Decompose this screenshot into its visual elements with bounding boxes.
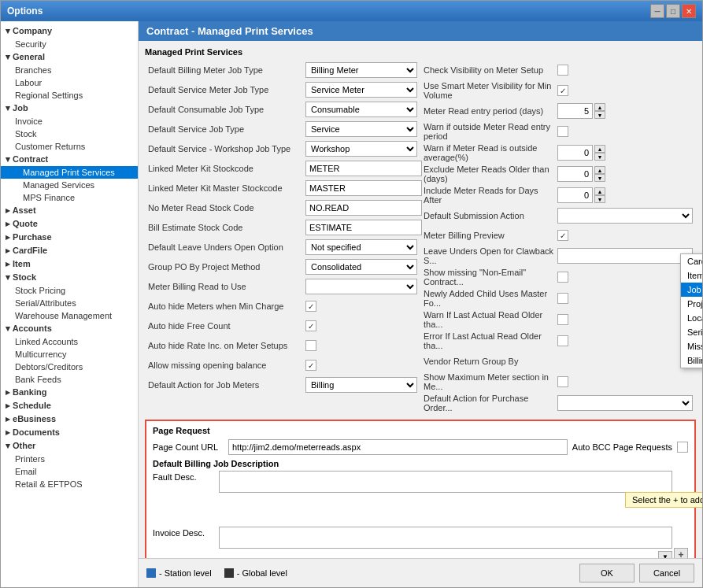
sidebar-item-stock[interactable]: Stock xyxy=(1,128,138,140)
fault-desc-textarea[interactable] xyxy=(219,471,672,493)
dropdown-item-location[interactable]: Location xyxy=(681,311,702,325)
sidebar-item-asset[interactable]: ▸ Asset xyxy=(1,204,138,217)
cancel-button[interactable]: Cancel xyxy=(639,564,694,582)
sidebar-item-ebusiness[interactable]: ▸ eBusiness xyxy=(1,412,138,426)
label-default-submission: Default Submission Action xyxy=(424,211,557,220)
spin-up-include[interactable]: ▲ xyxy=(594,187,605,195)
checkbox-billing-preview[interactable] xyxy=(557,230,568,241)
sidebar-item-security[interactable]: Security xyxy=(1,38,138,50)
sidebar-item-job[interactable]: ▾ Job xyxy=(1,102,138,115)
sidebar-item-general[interactable]: ▾ General xyxy=(1,50,138,64)
sidebar-item-quote[interactable]: ▸ Quote xyxy=(1,217,138,231)
checkbox-auto-hide-free[interactable] xyxy=(305,320,316,331)
sidebar-item-debtors-creditors[interactable]: Debtors/Creditors xyxy=(1,361,138,373)
select-workshop[interactable]: Workshop xyxy=(305,141,417,157)
checkbox-warn-outside[interactable] xyxy=(557,126,568,137)
checkbox-check-visibility[interactable] xyxy=(557,65,568,76)
spin-down-warn-avg[interactable]: ▼ xyxy=(594,153,605,161)
url-input[interactable] xyxy=(228,439,568,455)
select-consumable[interactable]: Consumable xyxy=(305,102,417,117)
dropdown-item-missed[interactable]: Missed Cycles xyxy=(681,339,702,353)
sidebar-item-multicurrency[interactable]: Multicurrency xyxy=(1,348,138,361)
close-button[interactable]: ✕ xyxy=(682,4,696,18)
input-include-days[interactable] xyxy=(557,187,593,203)
sidebar-item-stock-pricing[interactable]: Stock Pricing xyxy=(1,284,138,297)
sidebar-item-printers[interactable]: Printers xyxy=(1,453,138,465)
select-billing-meter[interactable]: Billing Meter xyxy=(305,62,417,78)
input-warn-average[interactable] xyxy=(557,145,593,161)
checkbox-error-last-actual[interactable] xyxy=(557,335,568,346)
checkbox-auto-hide-rate[interactable] xyxy=(305,340,316,351)
label-auto-hide-min: Auto hide Meters when Min Charge xyxy=(148,301,305,311)
select-billing-read[interactable] xyxy=(305,279,417,294)
dropdown-item-project-label: Project # xyxy=(687,299,702,309)
select-leave-unders[interactable]: Not specified xyxy=(305,239,417,255)
spin-down-meter-read[interactable]: ▼ xyxy=(594,111,605,119)
sidebar-item-stock-section[interactable]: ▾ Stock xyxy=(1,271,138,284)
sidebar-item-retail-eftpos[interactable]: Retail & EFTPOS xyxy=(1,478,138,490)
sidebar-item-schedule[interactable]: ▸ Schedule xyxy=(1,399,138,412)
dropdown-item-job[interactable]: Job xyxy=(681,283,702,297)
dropdown-item-billing-freq[interactable]: Billing Frequency xyxy=(681,353,702,368)
dropdown-item-project[interactable]: Project # xyxy=(681,297,702,311)
checkbox-missing-nonemail[interactable] xyxy=(557,272,568,283)
sidebar-item-company[interactable]: ▾ Company xyxy=(1,24,138,38)
checkbox-show-max[interactable] xyxy=(557,376,568,387)
select-default-purchase[interactable] xyxy=(557,395,693,411)
select-group-po[interactable]: Consolidated xyxy=(305,259,417,275)
sidebar-item-mps-finance[interactable]: MPS Finance xyxy=(1,191,138,204)
checkbox-auto-hide-min[interactable] xyxy=(305,301,316,312)
dropdown-item-item[interactable]: Item ▶ xyxy=(681,268,702,283)
input-no-meter[interactable] xyxy=(305,200,422,216)
sidebar-item-bank-feeds[interactable]: Bank Feeds xyxy=(1,373,138,386)
ok-button[interactable]: OK xyxy=(579,564,635,582)
sidebar-item-labour[interactable]: Labour xyxy=(1,76,138,89)
input-exclude-older[interactable] xyxy=(557,166,593,182)
checkbox-newly-added[interactable] xyxy=(557,293,568,304)
spin-up-warn-avg[interactable]: ▲ xyxy=(594,145,605,153)
dropdown-item-card[interactable]: Card ▶ xyxy=(681,254,702,268)
sidebar-item-accounts[interactable]: ▾ Accounts xyxy=(1,322,138,335)
sidebar-item-other[interactable]: ▾ Other xyxy=(1,439,138,453)
input-meter-kit[interactable] xyxy=(305,161,422,176)
select-service[interactable]: Service xyxy=(305,121,417,137)
sidebar-item-warehouse[interactable]: Warehouse Management xyxy=(1,309,138,322)
select-default-submission[interactable] xyxy=(557,208,693,224)
sidebar-item-item[interactable]: ▸ Item xyxy=(1,257,138,271)
invoice-scroll-down[interactable]: ▼ xyxy=(658,551,672,558)
sidebar-item-email[interactable]: Email xyxy=(1,465,138,478)
select-service-meter[interactable]: Service Meter xyxy=(305,82,417,98)
spin-down-include[interactable]: ▼ xyxy=(594,195,605,203)
sidebar-item-contract[interactable]: ▾ Contract xyxy=(1,153,138,166)
invoice-add-button[interactable]: + xyxy=(674,548,688,558)
checkbox-auto-bcc[interactable] xyxy=(677,442,688,453)
checkbox-smart-meter[interactable] xyxy=(557,85,568,96)
sidebar-item-branches[interactable]: Branches xyxy=(1,64,138,76)
sidebar-item-documents[interactable]: ▸ Documents xyxy=(1,426,138,439)
select-default-action[interactable]: Billing xyxy=(305,377,417,393)
input-estimate[interactable] xyxy=(305,220,422,235)
sidebar-item-linked-accounts[interactable]: Linked Accounts xyxy=(1,335,138,348)
spin-up-meter-read[interactable]: ▲ xyxy=(594,103,605,111)
dropdown-item-serial[interactable]: Serial # xyxy=(681,325,702,339)
input-master-kit[interactable] xyxy=(305,180,422,196)
sidebar-item-banking[interactable]: ▸ Banking xyxy=(1,386,138,399)
select-leave-clawback[interactable] xyxy=(557,248,693,264)
input-meter-read-period[interactable] xyxy=(557,103,593,119)
sidebar-item-cardfile[interactable]: ▸ CardFile xyxy=(1,244,138,257)
spin-up-exclude[interactable]: ▲ xyxy=(594,166,605,174)
checkbox-warn-last-actual[interactable] xyxy=(557,314,568,325)
sidebar-item-managed-print[interactable]: Managed Print Services xyxy=(1,166,138,179)
sidebar-item-purchase[interactable]: ▸ Purchase xyxy=(1,231,138,244)
invoice-desc-textarea[interactable] xyxy=(219,527,672,549)
sidebar-item-customer-returns[interactable]: Customer Returns xyxy=(1,140,138,153)
spin-down-exclude[interactable]: ▼ xyxy=(594,174,605,182)
minimize-button[interactable]: ─ xyxy=(650,4,664,18)
maximize-button[interactable]: □ xyxy=(666,4,680,18)
sidebar-item-serial-attrs[interactable]: Serial/Attributes xyxy=(1,297,138,309)
sidebar-item-invoice[interactable]: Invoice xyxy=(1,115,138,128)
checkbox-missing-balance[interactable] xyxy=(305,360,316,371)
sidebar-item-regional[interactable]: Regional Settings xyxy=(1,89,138,102)
form-row-no-meter: No Meter Read Stock Code xyxy=(148,199,417,216)
sidebar-item-managed-services[interactable]: Managed Services xyxy=(1,179,138,191)
